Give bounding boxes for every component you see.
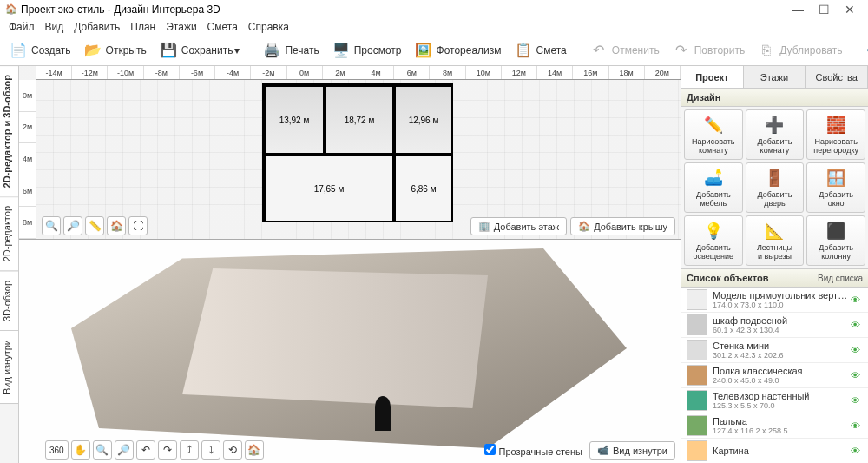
minimize-button[interactable]: — [785, 3, 811, 17]
design-icon-8: ⬛ [825, 221, 846, 241]
room-3[interactable]: 12,96 м [394, 85, 453, 155]
add-roof-button[interactable]: 🏠Добавить крышу [570, 217, 675, 235]
roof-icon: 🏠 [578, 221, 590, 232]
view-3d[interactable]: 360 ✋ 🔍 🔎 ↶ ↷ ⤴ ⤵ ⟲ 🏠 Прозрачные стены 📹… [19, 240, 681, 463]
menu-Файл[interactable]: Файл [3, 21, 40, 33]
plan-2d-view[interactable]: -14м-12м-10м-8м-6м-4м-2м0м2м4м6м8м10м12м… [19, 66, 681, 240]
room-1[interactable]: 13,92 м [264, 85, 325, 155]
right-panel: ПроектЭтажиСвойства Дизайн ✏️Нарисоватьк… [681, 66, 868, 463]
object-thumb [687, 289, 707, 310]
visibility-icon[interactable]: 👁 [851, 370, 863, 380]
design-cell-1[interactable]: ➕Добавитькомнату [746, 109, 805, 160]
design-cell-0[interactable]: ✏️Нарисоватькомнату [684, 109, 743, 160]
close-button[interactable]: ✕ [837, 3, 863, 17]
settings-button[interactable]: ⚙️ [860, 39, 868, 62]
duplicate-icon: ⎘ [757, 41, 776, 60]
object-item-4[interactable]: Телевизор настенный125.3 x 5.5 x 70.0👁 [681, 388, 868, 413]
zoom-out-3d-button[interactable]: 🔍 [93, 440, 112, 460]
monitor-icon: 🖥️ [332, 41, 351, 60]
home-button[interactable]: 🏠 [107, 216, 126, 235]
duplicate-button[interactable]: ⎘Дублировать [752, 39, 847, 62]
folder-icon: 📂 [83, 41, 102, 60]
rotate-ccw-button[interactable]: ↶ [136, 440, 155, 460]
open-button[interactable]: 📂Открыть [78, 39, 152, 62]
zoom-in-button[interactable]: 🔎 [63, 216, 82, 235]
print-button[interactable]: 🖨️Печать [257, 39, 324, 62]
right-tab-Этажи[interactable]: Этажи [744, 66, 806, 88]
design-icon-1: ➕ [764, 115, 785, 136]
object-item-5[interactable]: Пальма127.4 x 116.2 x 258.5👁 [681, 413, 868, 439]
design-cell-3[interactable]: 🛋️Добавитьмебель [684, 162, 743, 213]
object-item-6[interactable]: Картина👁 [681, 439, 868, 463]
undo-button[interactable]: ↶Отменить [584, 39, 665, 62]
object-item-3[interactable]: Полка классическая240.0 x 45.0 x 49.0👁 [681, 363, 868, 388]
menu-Справка[interactable]: Справка [243, 21, 294, 33]
create-button[interactable]: 📄Создать [3, 39, 76, 62]
floorplan[interactable]: 13,92 м 18,72 м 12,96 м 17,65 м 6,86 м [262, 83, 453, 222]
menu-Добавить[interactable]: Добавить [69, 21, 125, 33]
ruler-vertical: 0м2м4м6м8м [19, 80, 36, 239]
visibility-icon[interactable]: 👁 [851, 320, 863, 330]
design-cell-2[interactable]: 🧱Нарисоватьперегородку [806, 109, 865, 160]
preview-button[interactable]: 🖥️Просмотр [326, 39, 407, 62]
object-item-0[interactable]: Модель прямоугольник вертик...174.0 x 73… [681, 288, 868, 313]
design-cell-6[interactable]: 💡Добавитьосвещение [684, 215, 743, 266]
right-tab-Проект[interactable]: Проект [681, 66, 744, 88]
maximize-button[interactable]: ☐ [811, 3, 837, 17]
fit-button[interactable]: ⛶ [128, 216, 148, 235]
home-3d-button[interactable]: 🏠 [245, 440, 264, 460]
visibility-icon[interactable]: 👁 [851, 294, 863, 305]
redo-button[interactable]: ↷Повторить [667, 39, 751, 62]
object-item-2[interactable]: Стенка мини301.2 x 42.3 x 202.6👁 [681, 338, 868, 363]
pan-button[interactable]: ✋ [71, 440, 90, 460]
design-cell-4[interactable]: 🚪Добавитьдверь [746, 162, 805, 213]
object-item-1[interactable]: шкаф подвесной60.1 x 42.3 x 130.4👁 [681, 313, 868, 338]
design-cell-7[interactable]: 📐Лестницыи вырезы [746, 215, 805, 266]
object-thumb [687, 390, 707, 411]
zoom-in-3d-button[interactable]: 🔎 [115, 440, 134, 460]
zoom-out-button[interactable]: 🔍 [42, 216, 61, 235]
transparent-walls-checkbox[interactable]: Прозрачные стены [484, 444, 582, 457]
visibility-icon[interactable]: 👁 [851, 395, 863, 406]
reset-view-button[interactable]: ⟲ [223, 440, 242, 460]
menu-Этажи[interactable]: Этажи [161, 21, 201, 33]
right-tab-Свойства[interactable]: Свойства [806, 66, 868, 88]
estimate-button[interactable]: 📋Смета [509, 39, 572, 62]
visibility-icon[interactable]: 👁 [851, 446, 863, 456]
inside-view-button[interactable]: 📹Вид изнутри [589, 441, 675, 460]
redo-icon: ↷ [672, 41, 691, 60]
design-icon-2: 🧱 [825, 115, 846, 136]
menu-Смета[interactable]: Смета [202, 21, 243, 33]
view-360-button[interactable]: 360 [45, 440, 69, 460]
measure-button[interactable]: 📏 [85, 216, 104, 235]
document-icon: 📄 [9, 41, 28, 60]
tilt-down-button[interactable]: ⤵ [201, 440, 220, 460]
menubar: ФайлВидДобавитьПланЭтажиСметаСправка [0, 19, 868, 35]
toolbar: 📄Создать 📂Открыть 💾Сохранить▾ 🖨️Печать 🖥… [0, 35, 868, 66]
app-icon: 🏠 [5, 3, 17, 16]
save-button[interactable]: 💾Сохранить▾ [154, 39, 246, 62]
room-2[interactable]: 18,72 м [325, 85, 394, 155]
design-cell-5[interactable]: 🪟Добавитьокно [806, 162, 865, 213]
menu-План[interactable]: План [125, 21, 161, 33]
vtab-3[interactable]: Вид изнутри [0, 331, 18, 404]
photoreal-button[interactable]: 🖼️Фотореализм [409, 39, 507, 62]
visibility-icon[interactable]: 👁 [851, 345, 863, 355]
design-icon-7: 📐 [764, 221, 785, 241]
camera-icon: 📹 [597, 445, 609, 456]
vtab-0[interactable]: 2D-редактор и 3D-обзор [0, 66, 18, 197]
visibility-icon[interactable]: 👁 [851, 420, 863, 431]
window-title: Проект эко-стиль - Дизайн Интерьера 3D [21, 3, 785, 16]
list-view-toggle[interactable]: Вид списка [818, 274, 863, 283]
room-4[interactable]: 17,65 м [264, 155, 394, 222]
object-thumb [687, 440, 707, 461]
room-5[interactable]: 6,86 м [394, 155, 453, 222]
save-icon: 💾 [159, 41, 178, 60]
add-floor-button[interactable]: 🏢Добавить этаж [470, 217, 567, 235]
vtab-1[interactable]: 2D-редактор [0, 197, 18, 271]
vtab-2[interactable]: 3D-обзор [0, 272, 18, 331]
rotate-cw-button[interactable]: ↷ [158, 440, 177, 460]
design-cell-8[interactable]: ⬛Добавитьколонну [806, 215, 865, 266]
menu-Вид[interactable]: Вид [40, 21, 69, 33]
tilt-up-button[interactable]: ⤴ [180, 440, 199, 460]
